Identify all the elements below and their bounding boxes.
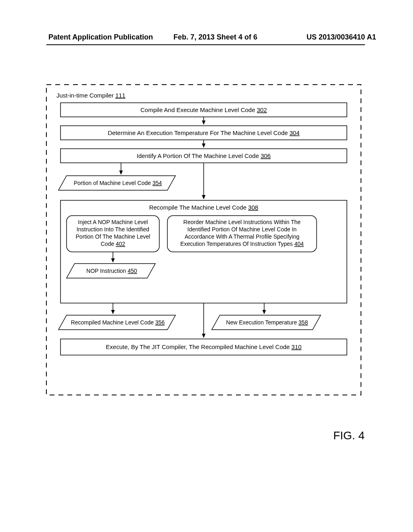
header-date-sheet: Feb. 7, 2013 Sheet 4 of 6	[173, 33, 257, 42]
step-compile-execute: Compile And Execute Machine Level Code 3…	[60, 103, 347, 117]
svg-text:Instruction Into The Identifie: Instruction Into The Identified	[77, 226, 149, 233]
step-execute-recompiled: Execute, By The JIT Compiler, The Recomp…	[60, 339, 347, 355]
svg-text:Execute, By The JIT Compiler, : Execute, By The JIT Compiler, The Recomp…	[106, 343, 301, 350]
step-identify-portion: Identify A Portion Of The Machine Level …	[60, 149, 347, 163]
svg-text:Identify A Portion Of The Mach: Identify A Portion Of The Machine Level …	[137, 152, 271, 159]
header-publication: Patent Application Publication	[48, 33, 153, 42]
compiler-title: Just-in-time Compiler 111	[56, 92, 125, 99]
svg-text:Accordance With A Thermal Prof: Accordance With A Thermal Profile Specif…	[185, 233, 300, 240]
svg-text:Reorder Machine Level Instruct: Reorder Machine Level Instructions Withi…	[184, 219, 301, 225]
data-recompiled-code: Recompiled Machine Level Code 356	[58, 315, 175, 330]
sub-inject-nop: Inject A NOP Machine Level Instruction I…	[67, 216, 159, 252]
flowchart-diagram: Just-in-time Compiler 111 Compile And Ex…	[42, 81, 365, 403]
svg-text:Portion of Machine Level Code : Portion of Machine Level Code 354	[74, 180, 162, 186]
data-new-exec-temp: New Execution Temperature 358	[212, 315, 321, 330]
svg-text:Identified Portion Of Machine : Identified Portion Of Machine Level Code…	[188, 226, 297, 233]
svg-text:Compile And Execute Machine Le: Compile And Execute Machine Level Code 3…	[140, 106, 267, 113]
svg-text:Execution Temperatures Of Inst: Execution Temperatures Of Instruction Ty…	[180, 241, 304, 247]
svg-text:Recompiled Machine Level Code : Recompiled Machine Level Code 356	[71, 319, 165, 326]
data-nop-instruction: NOP Instruction 450	[67, 264, 155, 278]
header-divider	[46, 44, 365, 45]
header-pubnum: US 2013/0036410 A1	[307, 33, 376, 42]
svg-text:Portion Of The Machine Level: Portion Of The Machine Level	[76, 233, 150, 240]
svg-text:Determine An Execution Tempera: Determine An Execution Temperature For T…	[108, 129, 300, 136]
svg-text:NOP Instruction 450: NOP Instruction 450	[86, 268, 137, 274]
sub-reorder-instructions: Reorder Machine Level Instructions Withi…	[167, 216, 317, 252]
figure-label: FIG. 4	[333, 429, 365, 442]
svg-text:Inject A NOP Machine Level: Inject A NOP Machine Level	[78, 219, 148, 225]
page: Patent Application Publication Feb. 7, 2…	[0, 0, 413, 532]
svg-text:Code 402: Code 402	[101, 241, 125, 247]
data-portion-machine-code: Portion of Machine Level Code 354	[58, 176, 175, 190]
svg-text:New Execution Temperature 358: New Execution Temperature 358	[226, 319, 308, 326]
step-determine-temperature: Determine An Execution Temperature For T…	[60, 126, 347, 140]
svg-text:Recompile The Machine Level Co: Recompile The Machine Level Code 308	[149, 204, 259, 211]
